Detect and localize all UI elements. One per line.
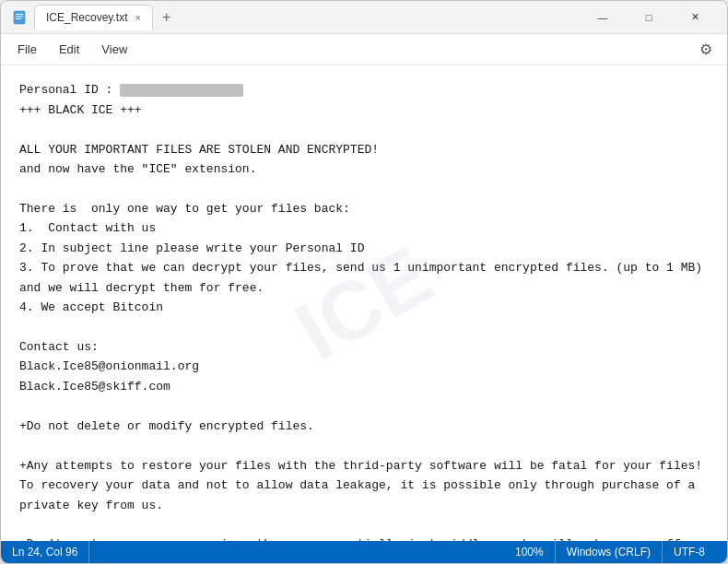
menu-bar: File Edit View ⚙ (1, 34, 727, 65)
body-text: ALL YOUR IMPORTANT FILES ARE STOLEN AND … (19, 143, 702, 541)
tab-close-button[interactable]: × (135, 12, 140, 23)
document-text: Personal ID : •••••••••••••••••• +++ BLA… (19, 80, 709, 541)
window-controls: — □ ✕ (581, 4, 716, 31)
settings-icon[interactable]: ⚙ (692, 37, 720, 62)
new-tab-button[interactable]: + (157, 10, 176, 25)
menu-edit[interactable]: Edit (50, 39, 88, 60)
zoom-level[interactable]: 100% (504, 541, 556, 563)
title-bar: ICE_Recovey.txt × + — □ ✕ (1, 1, 727, 34)
main-window: ICE_Recovey.txt × + — □ ✕ File Edit View… (0, 0, 728, 564)
personal-id-label: Personal ID : (19, 83, 112, 97)
active-tab[interactable]: ICE_Recovey.txt × (34, 5, 153, 30)
tab-title: ICE_Recovey.txt (46, 11, 127, 24)
close-button[interactable]: ✕ (674, 4, 716, 31)
status-bar: Ln 24, Col 96 100% Windows (CRLF) UTF-8 (1, 541, 727, 563)
menu-file[interactable]: File (8, 39, 46, 60)
cursor-position: Ln 24, Col 96 (12, 541, 89, 563)
encoding[interactable]: UTF-8 (663, 541, 716, 563)
svg-rect-2 (16, 16, 23, 17)
line-ending[interactable]: Windows (CRLF) (556, 541, 663, 563)
personal-id-value: •••••••••••••••••• (120, 84, 243, 97)
header-text: +++ BLACK ICE +++ (19, 103, 142, 117)
svg-rect-0 (14, 11, 25, 24)
svg-rect-1 (16, 14, 23, 15)
svg-rect-3 (16, 18, 21, 19)
text-editor-content[interactable]: ICE Personal ID : •••••••••••••••••• +++… (1, 65, 727, 541)
menu-view[interactable]: View (92, 39, 136, 60)
minimize-button[interactable]: — (581, 4, 624, 31)
app-icon (12, 10, 27, 25)
maximize-button[interactable]: □ (628, 4, 670, 31)
